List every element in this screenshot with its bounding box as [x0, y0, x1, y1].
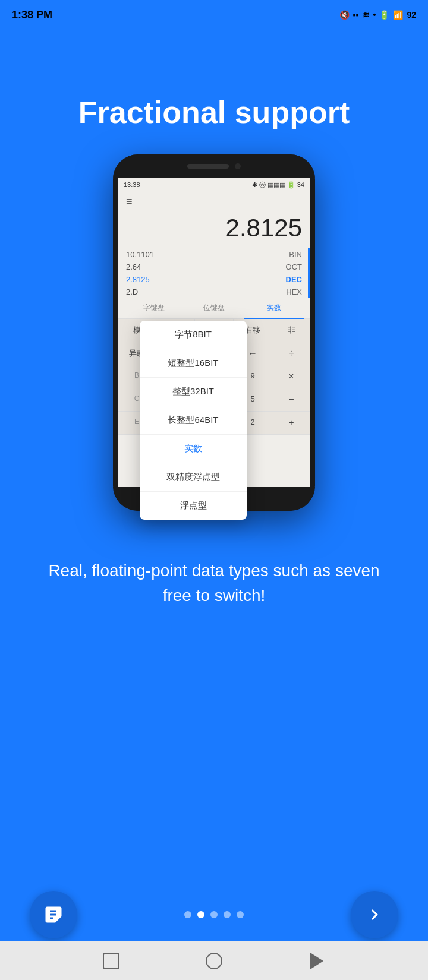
calc-time: 13:38	[124, 181, 140, 188]
phone-top-bar	[113, 154, 315, 178]
arrow-right-icon	[364, 904, 385, 925]
hamburger-icon[interactable]: ≡	[126, 195, 133, 208]
bottom-navigation	[0, 891, 428, 938]
blue-divider	[308, 248, 310, 298]
phone-speaker	[187, 164, 229, 169]
app-icons: ▪▪	[353, 10, 359, 20]
dropdown-item-long64bit[interactable]: 长整型64BIT	[140, 406, 247, 435]
back-sys-icon	[310, 953, 323, 969]
home-button[interactable]	[202, 949, 226, 973]
dropdown-item-float[interactable]: 浮点型	[140, 492, 247, 520]
recent-apps-icon	[103, 953, 119, 969]
tab-bit-keyboard[interactable]: 位键盘	[184, 298, 244, 318]
description-text: Real, floating-point data types such as …	[0, 558, 428, 608]
key-multiply[interactable]: ×	[272, 365, 310, 388]
battery-percent: 92	[407, 10, 416, 20]
status-icons: 🔇 ▪▪ ≋ • 🔋 📶 92	[339, 10, 416, 20]
back-button[interactable]	[30, 891, 77, 938]
mode-row-dec[interactable]: 2.8125 DEC	[126, 273, 302, 286]
system-bar	[0, 941, 428, 980]
dot-2	[197, 911, 204, 918]
tab-real[interactable]: 实数	[244, 298, 304, 319]
dot-4	[224, 911, 231, 918]
dropdown-item-double[interactable]: 双精度浮点型	[140, 463, 247, 492]
phone-mockup: 13:38 ✱ ⓦ ▦▦▦ 🔋 34 ≡ 2.8125 10.1101 BIN	[104, 154, 324, 517]
mode-row-hex: 2.D HEX	[126, 286, 302, 298]
status-bar: 1:38 PM 🔇 ▪▪ ≋ • 🔋 📶 92	[0, 0, 428, 30]
layers-icon: ≋	[363, 10, 370, 20]
back-icon	[43, 904, 64, 925]
next-button[interactable]	[351, 891, 398, 938]
bin-value: 10.1101	[126, 250, 154, 259]
key-plus[interactable]: +	[272, 412, 310, 434]
oct-label: OCT	[286, 263, 302, 271]
dropdown-item-int32bit[interactable]: 整型32BIT	[140, 378, 247, 406]
main-content: Fractional support 13:38 ✱ ⓦ ▦▦▦ 🔋 34 ≡	[0, 0, 428, 980]
oct-value: 2.64	[126, 263, 141, 271]
dot-3	[210, 911, 218, 918]
signal-dots: •	[373, 10, 376, 20]
dec-value: 2.8125	[126, 275, 150, 284]
calc-status-icons: ✱ ⓦ ▦▦▦ 🔋 34	[252, 181, 304, 189]
page-indicator	[184, 911, 244, 918]
status-time: 1:38 PM	[12, 9, 52, 21]
calc-tabs: 字键盘 位键盘 实数	[118, 298, 310, 319]
dot-1	[184, 911, 191, 918]
calc-modes: 10.1101 BIN 2.64 OCT 2.8125 DEC 2.D HEX	[118, 248, 310, 298]
bin-label: BIN	[289, 250, 302, 259]
dropdown-item-byte8bit[interactable]: 字节8BIT	[140, 321, 247, 349]
mode-row-bin: 10.1101 BIN	[126, 248, 302, 261]
home-icon	[206, 953, 222, 969]
back-sys-button[interactable]	[305, 949, 329, 973]
dec-label: DEC	[286, 275, 302, 284]
mode-row-oct: 2.64 OCT	[126, 261, 302, 273]
hex-value: 2.D	[126, 287, 138, 296]
hex-label: HEX	[286, 287, 302, 296]
dropdown-menu: 字节8BIT 短整型16BIT 整型32BIT 长整型64BIT 实数 双精度浮…	[140, 321, 247, 520]
key-minus[interactable]: −	[272, 388, 310, 411]
key-divide[interactable]: ÷	[272, 342, 310, 365]
mute-icon: 🔇	[339, 10, 350, 20]
tab-char-keyboard[interactable]: 字键盘	[124, 298, 184, 318]
recent-apps-button[interactable]	[99, 949, 123, 973]
calc-status-bar: 13:38 ✱ ⓦ ▦▦▦ 🔋 34	[118, 178, 310, 192]
dot-5	[237, 911, 244, 918]
battery-icon: 🔋	[379, 10, 389, 20]
dropdown-item-real[interactable]: 实数	[140, 435, 247, 463]
phone-camera	[235, 163, 241, 169]
wifi-icon: 📶	[393, 10, 403, 20]
key-not[interactable]: 非	[272, 319, 310, 342]
calc-display: 2.8125	[118, 211, 310, 248]
dropdown-item-short16bit[interactable]: 短整型16BIT	[140, 349, 247, 378]
page-title: Fractional support	[43, 95, 385, 131]
calc-header: ≡	[118, 192, 310, 211]
